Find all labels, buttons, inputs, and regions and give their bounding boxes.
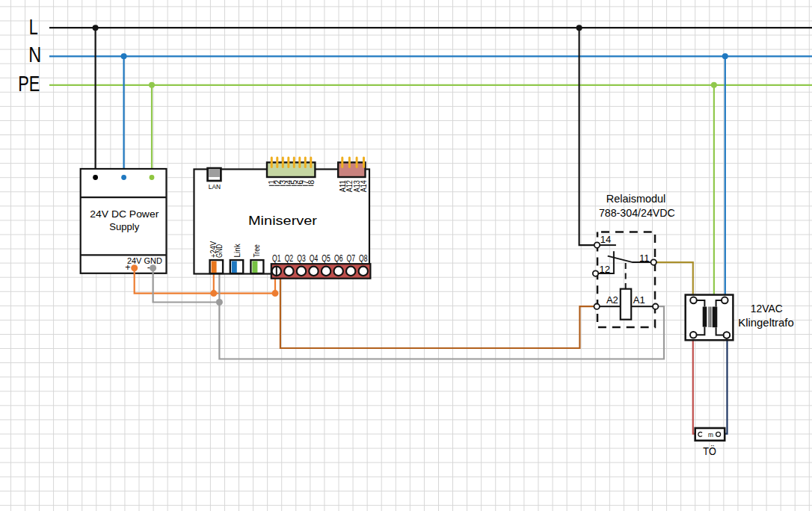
svg-text:Tree: Tree	[252, 244, 261, 258]
svg-text:A2: A2	[606, 294, 618, 306]
svg-text:14: 14	[600, 234, 611, 245]
svg-text:Q7: Q7	[346, 253, 355, 264]
svg-text:Q5: Q5	[322, 253, 330, 264]
svg-text:Relaismodul: Relaismodul	[606, 192, 666, 205]
svg-text:24V DC Power: 24V DC Power	[90, 208, 159, 220]
svg-text:Q6: Q6	[334, 253, 343, 264]
svg-text:TÖ: TÖ	[703, 445, 716, 457]
svg-text:Q3: Q3	[297, 253, 306, 264]
svg-text:PE: PE	[18, 72, 40, 96]
svg-text:24V GND: 24V GND	[127, 256, 162, 265]
svg-text:Link: Link	[233, 244, 242, 258]
svg-text:Miniserver: Miniserver	[248, 214, 317, 228]
svg-text:8: 8	[307, 180, 316, 185]
svg-text:Q1: Q1	[272, 253, 281, 264]
svg-text:Supply: Supply	[109, 221, 139, 232]
svg-text:+: +	[125, 262, 130, 273]
svg-text:LAN: LAN	[209, 182, 221, 191]
svg-text:A14: A14	[359, 180, 368, 192]
svg-text:L: L	[29, 15, 38, 39]
svg-text:Q8: Q8	[359, 253, 368, 264]
svg-text:m: m	[708, 430, 713, 439]
svg-text:Q4: Q4	[310, 253, 319, 264]
svg-text:A1: A1	[633, 294, 645, 306]
svg-text:GND: GND	[215, 244, 224, 258]
svg-text:788-304/24VDC: 788-304/24VDC	[599, 206, 675, 219]
svg-text:Q2: Q2	[285, 253, 294, 264]
svg-text:12VAC: 12VAC	[751, 302, 783, 315]
svg-text:11: 11	[639, 253, 650, 264]
svg-text:12: 12	[600, 264, 610, 275]
svg-text:N: N	[28, 43, 41, 66]
svg-text:Klingeltrafo: Klingeltrafo	[738, 316, 793, 329]
